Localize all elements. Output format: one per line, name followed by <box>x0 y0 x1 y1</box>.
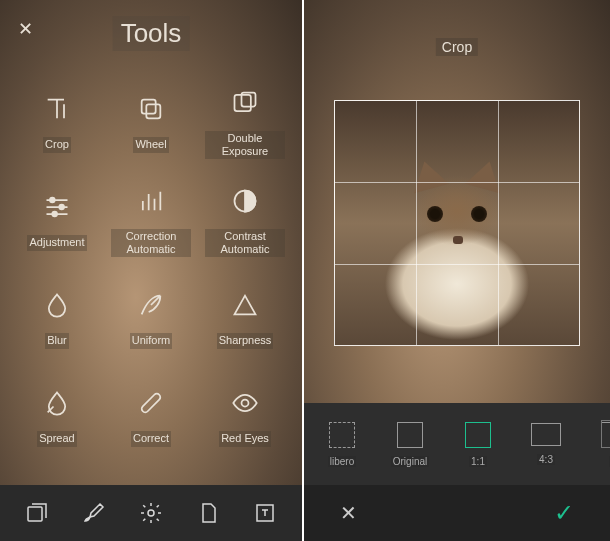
aspect-free-icon <box>329 422 355 448</box>
nav-brush-icon[interactable] <box>82 501 106 525</box>
sliders-icon <box>43 193 71 221</box>
svg-rect-8 <box>140 393 161 414</box>
aspect-more[interactable]: 6 <box>588 422 610 467</box>
aspect-label: 1:1 <box>469 456 487 467</box>
aspect-1-1[interactable]: 1:1 <box>452 422 504 467</box>
tool-label: Red Eyes <box>219 431 271 446</box>
feather-icon <box>137 291 165 319</box>
preview-image <box>335 101 579 345</box>
tool-wheel[interactable]: Wheel <box>104 75 198 173</box>
aspect-ratio-bar: libero Original 1:1 4:3 6 <box>304 403 610 485</box>
confirm-button[interactable]: ✓ <box>554 499 574 527</box>
double-exposure-icon <box>231 89 259 117</box>
aspect-4-3[interactable]: 4:3 <box>520 423 572 465</box>
crop-gridline <box>416 101 417 345</box>
tool-crop[interactable]: Crop <box>10 75 104 173</box>
crop-title: Crop <box>436 38 478 56</box>
tool-double-exposure[interactable]: Double Exposure <box>198 75 292 173</box>
tool-label: Crop <box>43 137 71 152</box>
svg-rect-10 <box>28 507 42 521</box>
tool-label: Sharpness <box>217 333 274 348</box>
tool-label: Correction Automatic <box>111 229 191 257</box>
svg-rect-0 <box>142 100 156 114</box>
bandage-icon <box>137 389 165 417</box>
layers-icon <box>137 95 165 123</box>
aspect-1-1-icon <box>465 422 491 448</box>
bottom-nav <box>0 485 302 541</box>
nav-gallery-icon[interactable] <box>25 501 49 525</box>
droplet-icon <box>43 291 71 319</box>
triangle-icon <box>231 291 259 319</box>
close-button[interactable]: ✕ <box>18 18 33 40</box>
tool-auto-correction[interactable]: Correction Automatic <box>104 173 198 271</box>
tool-sharpness[interactable]: Sharpness <box>198 271 292 369</box>
svg-rect-1 <box>146 105 160 119</box>
tool-label: Uniform <box>130 333 173 348</box>
svg-point-11 <box>148 510 154 516</box>
aspect-free[interactable]: libero <box>316 422 368 467</box>
crop-frame[interactable] <box>334 100 580 346</box>
tool-label: Correct <box>131 431 171 446</box>
tool-label: Contrast Automatic <box>205 229 285 257</box>
tool-red-eyes[interactable]: Red Eyes <box>198 369 292 467</box>
aspect-more-icon <box>601 422 610 448</box>
crop-gridline <box>335 264 579 265</box>
tool-correct[interactable]: Correct <box>104 369 198 467</box>
cancel-button[interactable]: ✕ <box>340 501 357 525</box>
svg-point-9 <box>242 400 249 407</box>
tool-auto-contrast[interactable]: Contrast Automatic <box>198 173 292 271</box>
eye-icon <box>231 389 259 417</box>
crop-gridline <box>498 101 499 345</box>
svg-point-5 <box>59 205 64 210</box>
svg-point-4 <box>50 198 55 203</box>
aspect-label: 4:3 <box>537 454 555 465</box>
nav-settings-icon[interactable] <box>139 501 163 525</box>
tools-grid: Crop Wheel Double Exposure Adjustment Co… <box>10 75 292 467</box>
tool-blur[interactable]: Blur <box>10 271 104 369</box>
crop-gridline <box>335 182 579 183</box>
aspect-original[interactable]: Original <box>384 422 436 467</box>
tool-label: Spread <box>37 431 76 446</box>
tools-pane: ✕ Tools Crop Wheel Double Exposure Adjus… <box>0 0 304 541</box>
aspect-4-3-icon <box>531 423 561 446</box>
tool-adjustment[interactable]: Adjustment <box>10 173 104 271</box>
tool-label: Wheel <box>133 137 168 152</box>
tool-spread[interactable]: Spread <box>10 369 104 467</box>
aspect-label: Original <box>391 456 429 467</box>
svg-rect-2 <box>235 95 251 111</box>
aspect-label: libero <box>328 456 356 467</box>
svg-point-6 <box>52 212 57 217</box>
tool-uniform[interactable]: Uniform <box>104 271 198 369</box>
tool-label: Double Exposure <box>205 131 285 159</box>
contrast-icon <box>231 187 259 215</box>
crop-pane: Crop libero Original 1:1 4:3 <box>304 0 610 541</box>
tool-label: Blur <box>45 333 69 348</box>
nav-text-frame-icon[interactable] <box>253 501 277 525</box>
tools-title: Tools <box>113 16 190 51</box>
spread-icon <box>43 389 71 417</box>
tool-label: Adjustment <box>27 235 86 250</box>
aspect-original-icon <box>397 422 423 448</box>
confirm-bar: ✕ ✓ <box>304 485 610 541</box>
bars-icon <box>137 187 165 215</box>
nav-document-icon[interactable] <box>196 501 220 525</box>
text-crop-icon <box>43 95 71 123</box>
